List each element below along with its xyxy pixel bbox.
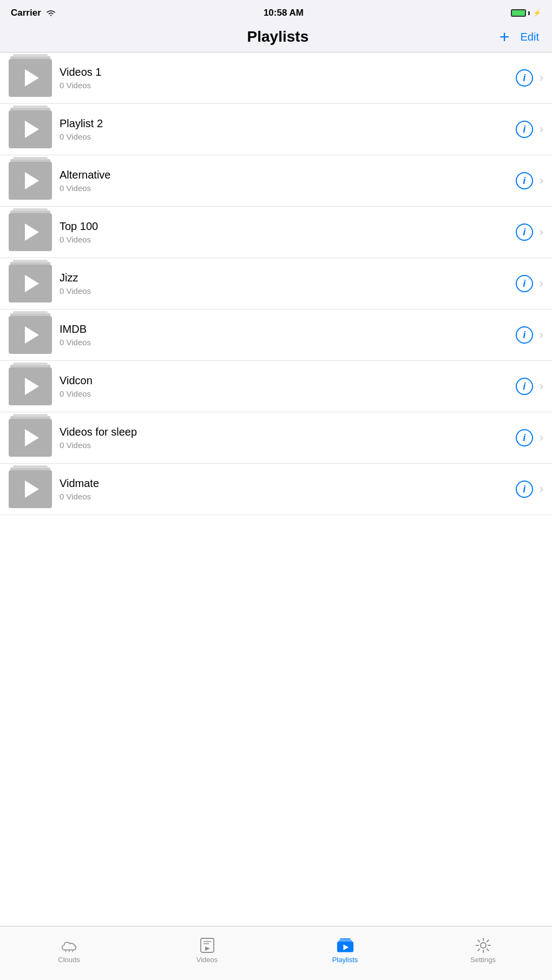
playlist-count: 0 Videos xyxy=(60,389,508,398)
playlist-info: Vidcon 0 Videos xyxy=(52,374,516,398)
play-icon xyxy=(25,378,39,395)
playlist-info: IMDB 0 Videos xyxy=(52,323,516,347)
clouds-icon xyxy=(61,938,78,953)
playlist-count: 0 Videos xyxy=(60,492,508,501)
charging-icon: ⚡ xyxy=(533,9,541,17)
settings-label: Settings xyxy=(470,956,496,964)
playlist-name: Top 100 xyxy=(60,220,508,233)
playlist-count: 0 Videos xyxy=(60,81,508,90)
battery-body xyxy=(511,9,526,17)
info-button[interactable]: i xyxy=(516,69,533,87)
playlist-name: Videos 1 xyxy=(60,66,508,78)
chevron-right-icon: › xyxy=(540,72,543,84)
playlist-info: Playlist 2 0 Videos xyxy=(52,117,516,141)
add-playlist-button[interactable]: + xyxy=(500,28,510,45)
list-item[interactable]: Alternative 0 Videos i › xyxy=(0,155,552,207)
playlist-thumbnail xyxy=(9,59,52,97)
playlist-count: 0 Videos xyxy=(60,440,508,450)
list-item[interactable]: Jizz 0 Videos i › xyxy=(0,258,552,310)
playlist-thumbnail xyxy=(9,265,52,302)
playlist-count: 0 Videos xyxy=(60,183,508,193)
list-item[interactable]: Videos for sleep 0 Videos i › xyxy=(0,412,552,464)
play-icon xyxy=(25,121,39,138)
list-item[interactable]: Vidcon 0 Videos i › xyxy=(0,361,552,412)
info-button[interactable]: i xyxy=(516,172,533,189)
playlist-info: Videos 1 0 Videos xyxy=(52,66,516,90)
battery-tip xyxy=(528,11,530,15)
play-icon xyxy=(25,275,39,292)
info-button[interactable]: i xyxy=(516,326,533,344)
settings-icon xyxy=(475,938,492,953)
item-actions: i › xyxy=(516,481,543,498)
videos-label: Videos xyxy=(196,956,218,964)
status-carrier: Carrier xyxy=(11,8,56,18)
playlist-count: 0 Videos xyxy=(60,235,508,244)
chevron-right-icon: › xyxy=(540,432,543,444)
item-actions: i › xyxy=(516,69,543,87)
play-icon xyxy=(25,223,39,241)
nav-actions: + Edit xyxy=(500,28,539,45)
info-button[interactable]: i xyxy=(516,481,533,498)
playlist-name: IMDB xyxy=(60,323,508,336)
playlist-name: Playlist 2 xyxy=(60,117,508,130)
chevron-right-icon: › xyxy=(540,278,543,290)
status-battery: ⚡ xyxy=(511,9,541,17)
tab-playlists[interactable]: Playlists xyxy=(276,926,414,975)
playlist-thumbnail xyxy=(9,110,52,148)
playlists-icon xyxy=(337,938,354,953)
playlist-name: Alternative xyxy=(60,169,508,181)
tab-clouds[interactable]: Clouds xyxy=(0,926,138,975)
list-item[interactable]: Vidmate 0 Videos i › xyxy=(0,464,552,515)
playlist-thumbnail xyxy=(9,419,52,457)
tab-videos[interactable]: Videos xyxy=(138,926,276,975)
chevron-right-icon: › xyxy=(540,329,543,341)
play-icon xyxy=(25,429,39,446)
playlist-name: Videos for sleep xyxy=(60,426,508,438)
svg-rect-3 xyxy=(201,938,214,952)
playlist-count: 0 Videos xyxy=(60,338,508,347)
playlist-info: Jizz 0 Videos xyxy=(52,272,516,295)
play-icon xyxy=(25,326,39,344)
item-actions: i › xyxy=(516,172,543,189)
item-actions: i › xyxy=(516,326,543,344)
playlist-count: 0 Videos xyxy=(60,132,508,141)
info-button[interactable]: i xyxy=(516,429,533,446)
item-actions: i › xyxy=(516,223,543,241)
edit-button[interactable]: Edit xyxy=(521,31,539,43)
play-icon xyxy=(25,69,39,87)
playlist-list: Videos 1 0 Videos i › Playlist 2 0 Video… xyxy=(0,52,552,926)
info-button[interactable]: i xyxy=(516,378,533,395)
play-icon xyxy=(25,481,39,498)
playlist-thumbnail xyxy=(9,213,52,251)
nav-bar: Playlists + Edit xyxy=(0,24,552,52)
list-item[interactable]: Videos 1 0 Videos i › xyxy=(0,52,552,104)
item-actions: i › xyxy=(516,275,543,292)
tab-settings[interactable]: Settings xyxy=(414,926,552,975)
chevron-right-icon: › xyxy=(540,123,543,135)
playlist-name: Jizz xyxy=(60,272,508,284)
playlist-thumbnail xyxy=(9,470,52,508)
chevron-right-icon: › xyxy=(540,226,543,238)
playlist-info: Alternative 0 Videos xyxy=(52,169,516,193)
item-actions: i › xyxy=(516,429,543,446)
status-bar: Carrier 10:58 AM ⚡ xyxy=(0,0,552,24)
playlist-count: 0 Videos xyxy=(60,286,508,295)
list-item[interactable]: IMDB 0 Videos i › xyxy=(0,310,552,361)
playlist-name: Vidcon xyxy=(60,374,508,387)
tab-bar: Clouds Videos Playlists Settings xyxy=(0,926,552,980)
list-item[interactable]: Top 100 0 Videos i › xyxy=(0,207,552,258)
videos-icon xyxy=(199,938,216,953)
svg-point-9 xyxy=(481,943,486,948)
info-button[interactable]: i xyxy=(516,223,533,241)
playlist-info: Videos for sleep 0 Videos xyxy=(52,426,516,450)
info-button[interactable]: i xyxy=(516,121,533,138)
chevron-right-icon: › xyxy=(540,380,543,392)
list-item[interactable]: Playlist 2 0 Videos i › xyxy=(0,104,552,155)
battery-indicator xyxy=(511,9,530,17)
info-button[interactable]: i xyxy=(516,275,533,292)
item-actions: i › xyxy=(516,121,543,138)
chevron-right-icon: › xyxy=(540,483,543,495)
item-actions: i › xyxy=(516,378,543,395)
playlist-name: Vidmate xyxy=(60,477,508,490)
status-time: 10:58 AM xyxy=(264,8,304,18)
